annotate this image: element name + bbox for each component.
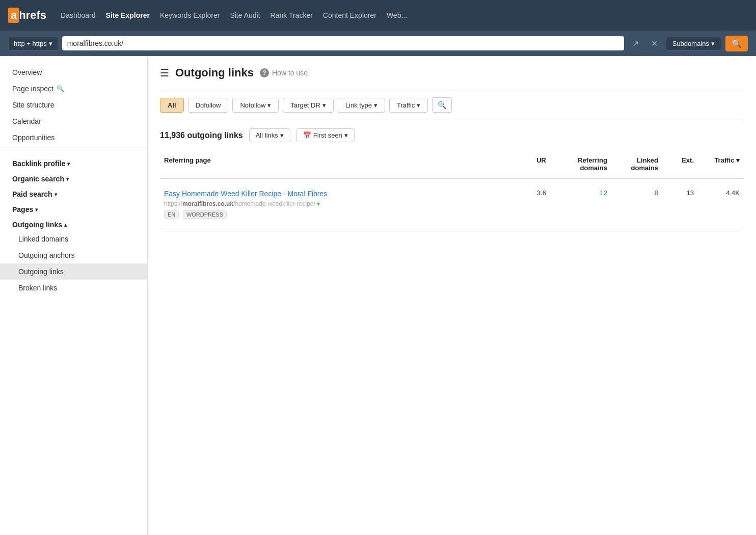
linked-domains-link[interactable]: 8 — [655, 189, 658, 197]
calendar-icon: 📅 — [303, 131, 311, 139]
first-seen-dropdown[interactable]: 📅 First seen ▾ — [296, 128, 355, 142]
sidebar-item-outgoing-anchors[interactable]: Outgoing anchors — [0, 247, 147, 263]
td-ur: 3.6 — [509, 187, 550, 199]
filter-nofollow[interactable]: Nofollow ▾ — [232, 98, 279, 113]
th-traffic: Traffic ▾ — [698, 154, 744, 174]
chevron-down-icon: ▾ — [55, 192, 57, 197]
sidebar-section-backlink-profile[interactable]: Backlink profile ▾ — [0, 154, 147, 170]
sidebar-item-site-structure[interactable]: Site structure — [0, 97, 147, 113]
dropdown-arrow-icon[interactable]: ▾ — [317, 200, 320, 207]
main-layout: Overview Page inspect 🔍 Site structure C… — [0, 56, 756, 535]
th-ur: UR — [509, 154, 550, 174]
chevron-down-icon: ▾ — [66, 176, 69, 182]
top-navigation: ahrefs Dashboard Site Explorer Keywords … — [0, 0, 756, 31]
filter-dofollow[interactable]: Dofollow — [188, 98, 229, 113]
chevron-down-icon: ▾ — [67, 161, 70, 167]
nav-content-explorer[interactable]: Content Explorer — [323, 11, 376, 19]
url-bar: http + https ▾ ↗ ✕ Subdomains ▾ 🔍 — [0, 31, 756, 56]
th-referring-domains: Referringdomains — [550, 154, 611, 174]
filter-search-button[interactable]: 🔍 — [432, 97, 452, 113]
sidebar-item-opportunities[interactable]: Opportunities — [0, 129, 147, 146]
nav-keywords-explorer[interactable]: Keywords Explorer — [160, 11, 220, 19]
td-referring-domains: 12 — [550, 187, 611, 199]
how-to-use-button[interactable]: ? How to use — [260, 68, 308, 77]
filter-link-type[interactable]: Link type ▾ — [338, 98, 385, 113]
chevron-down-icon: ▾ — [35, 207, 38, 212]
url-domain: moralfibres.co.uk — [182, 200, 233, 207]
table-row: Easy Homemade Weed Killer Recipe - Moral… — [160, 179, 744, 229]
all-links-dropdown[interactable]: All links ▾ — [249, 128, 290, 142]
chevron-down-icon: ▾ — [49, 40, 52, 47]
sidebar-item-page-inspect[interactable]: Page inspect 🔍 — [0, 81, 147, 97]
results-count: 11,936 outgoing links — [160, 131, 243, 140]
chevron-down-icon: ▾ — [374, 101, 377, 109]
url-prefix: https:// — [164, 200, 182, 207]
sidebar-item-overview[interactable]: Overview — [0, 64, 147, 81]
logo[interactable]: ahrefs — [8, 8, 46, 23]
page-header: ☰ Outgoing links ? How to use — [160, 66, 744, 79]
th-linked-domains: Linkeddomains — [611, 154, 662, 174]
question-circle-icon: ? — [260, 68, 269, 77]
nav-site-explorer[interactable]: Site Explorer — [106, 11, 150, 19]
search-button[interactable]: 🔍 — [725, 36, 748, 51]
chevron-down-icon: ▾ — [280, 131, 284, 139]
page-link-url: https://moralfibres.co.uk/homemade-weedk… — [164, 200, 505, 207]
td-linked-domains: 8 — [611, 187, 662, 199]
chevron-down-icon: ▾ — [417, 101, 420, 109]
th-referring-page: Referring page — [160, 154, 509, 174]
url-suffix: /homemade-weedkiller-recipe/ — [233, 200, 315, 207]
logo-a-letter: a — [8, 8, 19, 23]
main-content: ☰ Outgoing links ? How to use All Dofoll… — [148, 56, 756, 535]
sidebar-item-outgoing-links[interactable]: Outgoing links — [0, 263, 147, 280]
nav-dashboard[interactable]: Dashboard — [61, 11, 96, 19]
td-traffic: 4.4K — [698, 187, 744, 199]
page-link-title[interactable]: Easy Homemade Weed Killer Recipe - Moral… — [164, 189, 505, 199]
chevron-down-icon: ▾ — [344, 131, 348, 139]
tag-badges: EN WORDPRESS — [164, 207, 505, 219]
page-title: Outgoing links — [175, 66, 254, 79]
nav-web[interactable]: Web... — [387, 11, 407, 19]
hamburger-icon[interactable]: ☰ — [160, 67, 169, 79]
protocol-dropdown[interactable]: http + https ▾ — [8, 37, 58, 50]
td-referring-page: Easy Homemade Weed Killer Recipe - Moral… — [160, 187, 509, 221]
sidebar-section-outgoing-links[interactable]: Outgoing links ▴ — [0, 216, 147, 231]
referring-domains-link[interactable]: 12 — [600, 189, 607, 197]
sidebar-section-organic-search[interactable]: Organic search ▾ — [0, 170, 147, 185]
td-ext: 13 — [662, 187, 698, 199]
subdomains-dropdown[interactable]: Subdomains ▾ — [666, 37, 721, 50]
close-icon[interactable]: ✕ — [647, 37, 662, 50]
filter-all[interactable]: All — [160, 98, 184, 113]
sidebar-section-pages[interactable]: Pages ▾ — [0, 200, 147, 216]
filter-target-dr[interactable]: Target DR ▾ — [283, 98, 334, 113]
url-input[interactable] — [62, 36, 624, 50]
filter-bar: All Dofollow Nofollow ▾ Target DR ▾ Link… — [160, 90, 744, 120]
tag-wordpress: WORDPRESS — [183, 210, 227, 219]
external-link-icon[interactable]: ↗ — [628, 37, 643, 50]
sidebar: Overview Page inspect 🔍 Site structure C… — [0, 56, 148, 535]
filter-traffic[interactable]: Traffic ▾ — [389, 98, 428, 113]
search-icon: 🔍 — [57, 85, 64, 92]
chevron-down-icon: ▾ — [267, 101, 271, 109]
table-header: Referring page UR Referringdomains Linke… — [160, 150, 744, 179]
sidebar-item-broken-links[interactable]: Broken links — [0, 280, 147, 296]
th-ext: Ext. — [662, 154, 698, 174]
results-row: 11,936 outgoing links All links ▾ 📅 Firs… — [160, 128, 744, 142]
logo-hrefs: hrefs — [19, 9, 46, 22]
tag-en: EN — [164, 210, 179, 219]
nav-rank-tracker[interactable]: Rank Tracker — [271, 11, 313, 19]
sidebar-item-linked-domains[interactable]: Linked domains — [0, 231, 147, 247]
chevron-down-icon: ▾ — [711, 40, 715, 47]
chevron-down-icon: ▾ — [322, 101, 326, 109]
nav-site-audit[interactable]: Site Audit — [230, 11, 260, 19]
sidebar-item-calendar[interactable]: Calendar — [0, 113, 147, 129]
sidebar-section-paid-search[interactable]: Paid search ▾ — [0, 185, 147, 200]
chevron-up-icon: ▴ — [64, 222, 67, 228]
